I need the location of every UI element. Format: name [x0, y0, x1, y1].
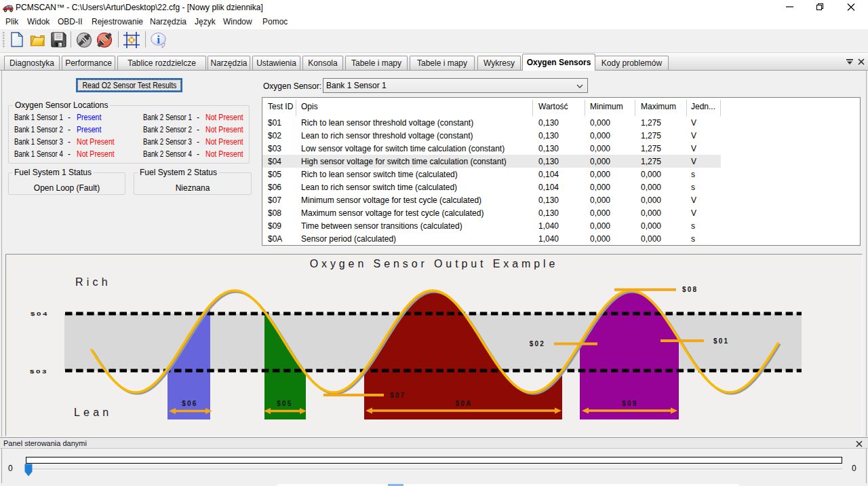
svg-text:Oxygen Sensor Output Example: Oxygen Sensor Output Example [310, 258, 559, 269]
svg-text:$09: $09 [622, 400, 637, 407]
svg-text:$08: $08 [682, 286, 698, 293]
svg-text:$0A: $0A [456, 400, 473, 407]
svg-text:$07: $07 [390, 392, 406, 399]
svg-text:i: i [157, 33, 160, 46]
svg-text:$03: $03 [30, 369, 48, 375]
svg-text:$05: $05 [277, 400, 292, 407]
svg-text:Lean: Lean [74, 407, 112, 418]
svg-text:$01: $01 [713, 337, 729, 345]
svg-text:$02: $02 [530, 340, 545, 348]
svg-text:Rich: Rich [75, 276, 111, 288]
svg-text:$04: $04 [31, 311, 49, 317]
svg-text:$06: $06 [182, 400, 197, 407]
